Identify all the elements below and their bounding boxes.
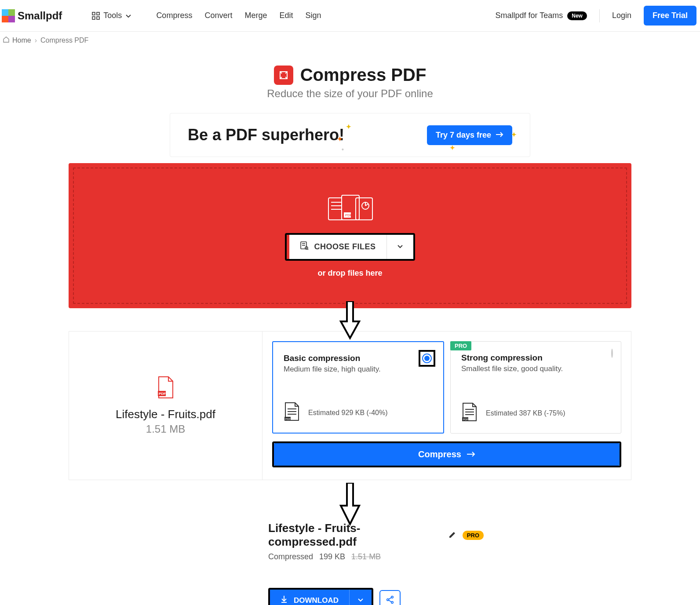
teams-label: Smallpdf for Teams bbox=[495, 11, 563, 20]
compress-icon bbox=[274, 66, 293, 85]
upload-dropzone[interactable]: PDF CHOOSE FILES or drop files here bbox=[69, 163, 631, 308]
result-panel: Lifestyle - Fruits-compressed.pdf PRO Co… bbox=[264, 521, 484, 605]
svg-rect-3 bbox=[97, 17, 99, 19]
brand-name: Smallpdf bbox=[18, 10, 62, 22]
app-header: Smallpdf Tools Compress Convert Merge Ed… bbox=[0, 0, 700, 32]
svg-rect-2 bbox=[92, 17, 95, 19]
svg-line-18 bbox=[307, 249, 308, 250]
share-icon bbox=[386, 595, 394, 605]
promo-cta-label: Try 7 days free bbox=[436, 131, 491, 140]
compress-label: Compress bbox=[418, 449, 461, 459]
breadcrumb-separator: › bbox=[35, 36, 37, 44]
option-basic-subtitle: Medium file size, high quality. bbox=[284, 365, 433, 374]
svg-text:PDF: PDF bbox=[463, 418, 468, 421]
result-meta: Compressed 199 KB 1.51 MB bbox=[268, 552, 484, 561]
nav-convert[interactable]: Convert bbox=[204, 11, 232, 20]
option-basic[interactable]: Basic compression Medium file size, high… bbox=[272, 341, 444, 434]
breadcrumb-home[interactable]: Home bbox=[3, 36, 31, 45]
file-search-icon bbox=[300, 241, 309, 253]
result-status: Compressed bbox=[268, 552, 313, 561]
pdf-icon: PDF bbox=[156, 376, 175, 400]
option-strong-estimate: Estimated 387 KB (-75%) bbox=[486, 409, 565, 417]
new-badge: New bbox=[567, 11, 587, 20]
page-subtitle: Reduce the size of your PDF online bbox=[0, 87, 700, 100]
download-dropdown[interactable] bbox=[350, 590, 372, 605]
option-basic-estimate: Estimated 929 KB (-40%) bbox=[308, 409, 388, 417]
home-icon bbox=[3, 36, 10, 45]
download-label: DOWNLOAD bbox=[294, 596, 339, 605]
compression-panel: PDF Lifestyle - Fruits.pdf 1.51 MB Basic… bbox=[69, 331, 631, 480]
svg-text:PDF: PDF bbox=[285, 418, 291, 420]
svg-line-35 bbox=[389, 600, 391, 602]
result-filename: Lifestyle - Fruits-compressed.pdf bbox=[268, 521, 442, 549]
breadcrumb: Home › Compress PDF bbox=[0, 32, 700, 49]
divider bbox=[599, 9, 600, 22]
download-group: DOWNLOAD bbox=[268, 588, 373, 605]
svg-rect-1 bbox=[97, 12, 99, 15]
option-strong[interactable]: PRO Strong compression Smallest file siz… bbox=[450, 341, 621, 434]
svg-text:PDF: PDF bbox=[159, 392, 166, 396]
nav-compress[interactable]: Compress bbox=[156, 11, 192, 20]
login-link[interactable]: Login bbox=[612, 11, 631, 20]
documents-icon: PDF bbox=[326, 193, 374, 225]
svg-rect-0 bbox=[92, 12, 95, 15]
option-basic-title: Basic compression bbox=[284, 354, 433, 363]
file-size: 1.51 MB bbox=[146, 423, 185, 435]
pro-pill: PRO bbox=[463, 531, 484, 540]
options-column: Basic compression Medium file size, high… bbox=[262, 332, 631, 480]
tools-label: Tools bbox=[103, 11, 122, 20]
dropzone-inner: PDF CHOOSE FILES or drop files here bbox=[73, 168, 627, 304]
doc-icon: PDF bbox=[284, 402, 300, 424]
chevron-down-icon bbox=[125, 13, 131, 19]
download-button[interactable]: DOWNLOAD bbox=[270, 590, 350, 605]
flow-arrow-1 bbox=[0, 301, 700, 340]
rename-button[interactable] bbox=[447, 529, 458, 542]
file-preview: PDF Lifestyle - Fruits.pdf 1.51 MB bbox=[69, 332, 262, 480]
option-strong-title: Strong compression bbox=[461, 353, 610, 363]
choose-files-group: CHOOSE FILES bbox=[285, 233, 415, 261]
free-trial-button[interactable]: Free Trial bbox=[644, 6, 696, 26]
choose-files-label: CHOOSE FILES bbox=[314, 242, 376, 251]
compress-button-wrap: Compress bbox=[272, 441, 621, 467]
doc-icon: PDF bbox=[461, 402, 478, 424]
file-name: Lifestyle - Fruits.pdf bbox=[116, 408, 215, 421]
promo-headline: Be a PDF superhero! bbox=[188, 126, 344, 144]
svg-point-32 bbox=[391, 596, 393, 598]
promo-banner: ✦ ✦ ✦ ✦ • Be a PDF superhero! Try 7 days… bbox=[170, 113, 530, 157]
flow-arrow-2 bbox=[0, 483, 700, 526]
choose-files-button[interactable]: CHOOSE FILES bbox=[287, 235, 386, 259]
nav-sign[interactable]: Sign bbox=[306, 11, 321, 20]
pro-tag: PRO bbox=[450, 341, 471, 350]
page-title: Compress PDF bbox=[300, 65, 427, 85]
nav-edit[interactable]: Edit bbox=[279, 11, 293, 20]
download-icon bbox=[281, 595, 288, 605]
choose-files-dropdown[interactable] bbox=[387, 235, 413, 259]
radio-strong[interactable] bbox=[611, 350, 613, 357]
share-button[interactable] bbox=[379, 590, 401, 605]
grid-icon bbox=[92, 12, 100, 20]
result-old-size: 1.51 MB bbox=[351, 552, 381, 561]
compress-button[interactable]: Compress bbox=[274, 443, 620, 466]
header-actions: Smallpdf for Teams New Login Free Trial bbox=[495, 6, 696, 26]
arrow-right-icon bbox=[467, 449, 475, 459]
svg-point-33 bbox=[391, 601, 393, 603]
chevron-down-icon bbox=[397, 243, 404, 251]
option-strong-subtitle: Smallest file size, good quality. bbox=[461, 364, 610, 373]
primary-nav: Tools Compress Convert Merge Edit Sign bbox=[88, 8, 321, 23]
svg-point-31 bbox=[387, 599, 389, 601]
radio-basic[interactable] bbox=[419, 350, 435, 367]
svg-text:PDF: PDF bbox=[345, 213, 352, 217]
teams-link[interactable]: Smallpdf for Teams New bbox=[495, 11, 587, 20]
pencil-icon bbox=[448, 533, 456, 540]
nav-merge[interactable]: Merge bbox=[244, 11, 267, 20]
breadcrumb-home-label: Home bbox=[12, 36, 31, 44]
page-header: Compress PDF Reduce the size of your PDF… bbox=[0, 65, 700, 100]
dropzone-hint: or drop files here bbox=[317, 269, 382, 278]
tools-menu[interactable]: Tools bbox=[88, 8, 135, 23]
breadcrumb-current: Compress PDF bbox=[40, 36, 88, 44]
promo-cta-button[interactable]: Try 7 days free bbox=[427, 125, 512, 145]
logo-icon bbox=[2, 9, 15, 22]
brand-logo[interactable]: Smallpdf bbox=[2, 9, 62, 22]
arrow-right-icon bbox=[496, 131, 503, 140]
chevron-down-icon bbox=[357, 597, 364, 604]
